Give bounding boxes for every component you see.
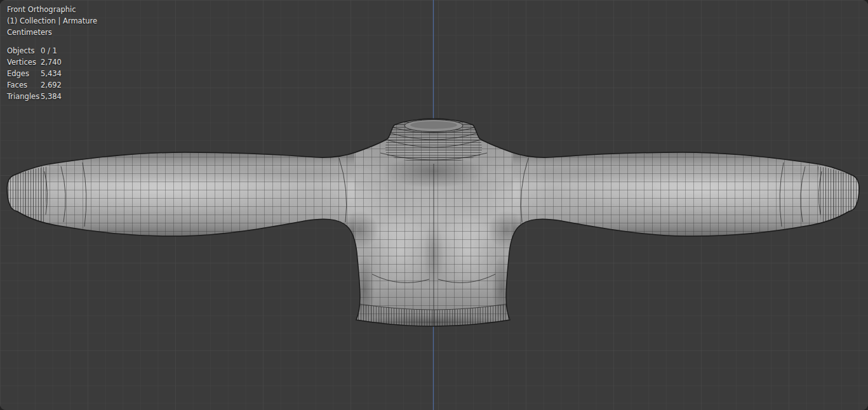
blender-window: Front Orthographic (1) Collection | Arma… bbox=[0, 0, 868, 410]
collar-opening bbox=[404, 120, 463, 132]
viewport-canvas[interactable] bbox=[0, 0, 868, 410]
stat-row-triangles: Triangles 5,384 bbox=[7, 91, 97, 102]
stat-row-objects: Objects 0 / 1 bbox=[7, 45, 97, 56]
3d-viewport[interactable]: Front Orthographic (1) Collection | Arma… bbox=[0, 0, 868, 410]
stat-row-edges: Edges 5,434 bbox=[7, 68, 97, 79]
viewport-text-overlay: Front Orthographic (1) Collection | Arma… bbox=[7, 4, 97, 102]
stat-label: Triangles bbox=[7, 91, 41, 102]
stat-row-vertices: Vertices 2,740 bbox=[7, 56, 97, 68]
stat-label: Vertices bbox=[7, 56, 41, 68]
stat-value: 5,434 bbox=[41, 68, 62, 79]
view-name-label: Front Orthographic bbox=[7, 4, 97, 15]
stat-row-faces: Faces 2,692 bbox=[7, 79, 97, 91]
stat-value: 2,692 bbox=[41, 79, 62, 91]
stat-value: 2,740 bbox=[41, 56, 62, 68]
active-collection-label: (1) Collection | Armature bbox=[7, 15, 97, 27]
stat-label: Edges bbox=[7, 68, 41, 79]
stat-label: Objects bbox=[7, 45, 41, 56]
statistics-overlay: Objects 0 / 1 Vertices 2,740 Edges 5,434… bbox=[7, 45, 97, 102]
stat-label: Faces bbox=[7, 79, 41, 91]
stat-value: 5,384 bbox=[41, 91, 62, 102]
stat-value: 0 / 1 bbox=[41, 45, 57, 56]
units-label: Centimeters bbox=[7, 27, 97, 38]
